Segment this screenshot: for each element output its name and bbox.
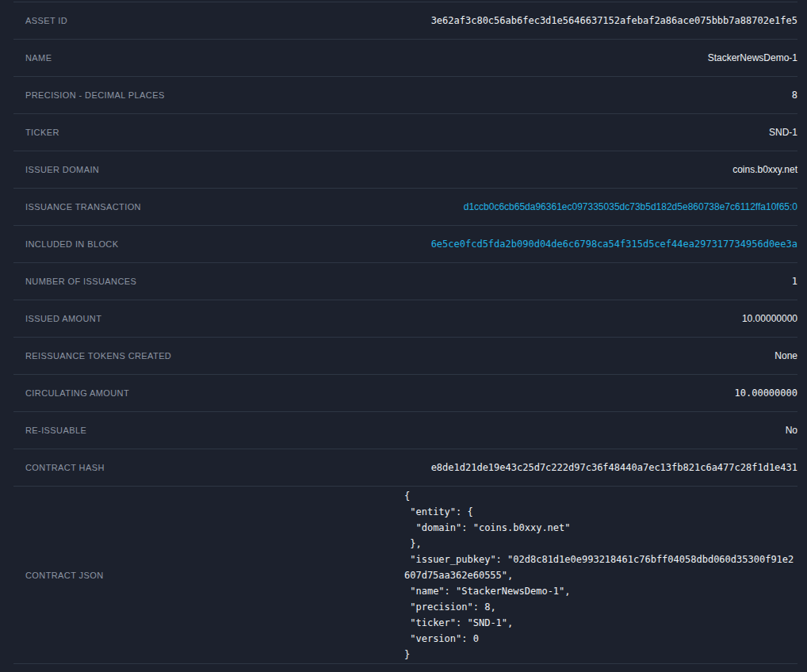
reissuance-tokens-created-value: None: [404, 350, 797, 361]
circulating-amount-label: CIRCULATING AMOUNT: [13, 388, 404, 398]
asset-details-page: ASSET ID 3e62af3c80c56ab6fec3d1e56466371…: [0, 0, 807, 672]
number-of-issuances-label: NUMBER OF ISSUANCES: [13, 277, 404, 286]
row-re-issuable: RE-ISSUABLE No: [13, 412, 797, 449]
re-issuable-label: RE-ISSUABLE: [13, 426, 404, 435]
row-issuance-transaction: ISSUANCE TRANSACTION d1ccb0c6cb65da96361…: [13, 189, 797, 226]
row-circulating-amount: CIRCULATING AMOUNT 10.00000000: [13, 375, 797, 412]
contract-json-code: { "entity": { "domain": "coins.b0xxy.net…: [404, 488, 797, 662]
precision-value: 8: [404, 90, 797, 101]
row-ticker: TICKER SND-1: [13, 114, 797, 151]
row-number-of-issuances: NUMBER OF ISSUANCES 1: [13, 263, 797, 300]
row-name: NAME StackerNewsDemo-1: [13, 40, 797, 77]
row-contract-json: CONTRACT JSON { "entity": { "domain": "c…: [13, 487, 797, 664]
ticker-value: SND-1: [404, 127, 797, 138]
circulating-amount-value: 10.00000000: [404, 388, 797, 399]
name-label: NAME: [13, 53, 404, 63]
row-issuer-domain: ISSUER DOMAIN coins.b0xxy.net: [13, 151, 797, 189]
re-issuable-value: No: [404, 425, 797, 436]
included-in-block-link[interactable]: 6e5ce0fcd5fda2b090d04de6c6798ca54f315d5c…: [431, 239, 797, 250]
issuer-domain-value: coins.b0xxy.net: [404, 164, 797, 175]
issued-amount-value: 10.00000000: [404, 313, 797, 324]
reissuance-tokens-created-label: REISSUANCE TOKENS CREATED: [13, 351, 404, 361]
included-in-block-value: 6e5ce0fcd5fda2b090d04de6c6798ca54f315d5c…: [404, 239, 797, 250]
row-included-in-block: INCLUDED IN BLOCK 6e5ce0fcd5fda2b090d04d…: [13, 226, 797, 263]
asset-id-label: ASSET ID: [13, 16, 404, 25]
contract-json-value: { "entity": { "domain": "coins.b0xxy.net…: [404, 488, 797, 662]
row-issued-amount: ISSUED AMOUNT 10.00000000: [13, 300, 797, 338]
row-contract-hash: CONTRACT HASH e8de1d21de19e43c25d7c222d9…: [13, 449, 797, 487]
row-precision: PRECISION - DECIMAL PLACES 8: [13, 77, 797, 114]
number-of-issuances-value: 1: [404, 276, 797, 287]
precision-label: PRECISION - DECIMAL PLACES: [13, 90, 404, 100]
ticker-label: TICKER: [13, 128, 404, 137]
contract-hash-value: e8de1d21de19e43c25d7c222d97c36f48440a7ec…: [404, 462, 797, 473]
asset-id-value: 3e62af3c80c56ab6fec3d1e5646637152afebaf2…: [404, 15, 797, 26]
issuance-transaction-link[interactable]: d1ccb0c6cb65da96361ec097335035dc73b5d182…: [464, 201, 797, 212]
issuer-domain-label: ISSUER DOMAIN: [13, 165, 404, 174]
name-value: StackerNewsDemo-1: [404, 52, 797, 63]
issuance-transaction-label: ISSUANCE TRANSACTION: [13, 202, 404, 212]
asset-details-table: ASSET ID 3e62af3c80c56ab6fec3d1e56466371…: [13, 2, 797, 664]
issuance-transaction-value: d1ccb0c6cb65da96361ec097335035dc73b5d182…: [404, 201, 797, 212]
row-reissuance-tokens-created: REISSUANCE TOKENS CREATED None: [13, 338, 797, 375]
issued-amount-label: ISSUED AMOUNT: [13, 314, 404, 323]
included-in-block-label: INCLUDED IN BLOCK: [13, 239, 404, 249]
contract-hash-label: CONTRACT HASH: [13, 463, 404, 472]
contract-json-label: CONTRACT JSON: [13, 571, 404, 580]
row-asset-id: ASSET ID 3e62af3c80c56ab6fec3d1e56466371…: [13, 2, 797, 40]
